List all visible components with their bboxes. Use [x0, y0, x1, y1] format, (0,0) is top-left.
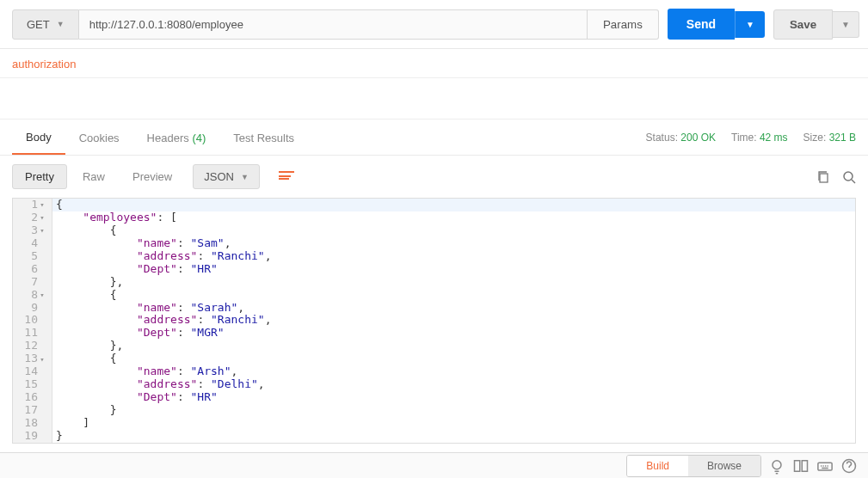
- code-line: 13▾ {: [13, 352, 855, 365]
- code-line: 5 "address": "Ranchi",: [13, 250, 855, 263]
- wrap-lines-button[interactable]: [272, 164, 301, 189]
- bulb-icon[interactable]: [768, 457, 785, 475]
- help-icon[interactable]: [840, 457, 858, 475]
- svg-point-2: [773, 460, 781, 469]
- response-status: Status: 200 OK Time: 42 ms Size: 321 B: [646, 132, 856, 144]
- tab-test-results[interactable]: Test Results: [219, 121, 308, 154]
- tab-cookies[interactable]: Cookies: [65, 121, 133, 154]
- copy-icon[interactable]: [816, 170, 830, 184]
- send-button[interactable]: Send: [668, 9, 735, 40]
- save-button[interactable]: Save: [773, 9, 833, 40]
- params-button[interactable]: Params: [588, 9, 659, 40]
- build-tab-button[interactable]: Build: [627, 456, 688, 476]
- code-line: 7 },: [13, 276, 855, 289]
- request-subheader: authorization: [0, 49, 868, 78]
- code-line: 9 "name": "Sarah",: [13, 302, 855, 315]
- chevron-down-icon: ▼: [57, 20, 65, 28]
- code-line: 11 "Dept": "MGR": [13, 327, 855, 340]
- svg-point-1: [844, 172, 853, 181]
- response-tabs: Body Cookies Headers (4) Test Results St…: [0, 120, 868, 156]
- code-line: 3▾ {: [13, 224, 855, 237]
- search-icon[interactable]: [842, 170, 856, 184]
- build-browse-toggle: Build Browse: [626, 455, 761, 477]
- tab-headers-label: Headers: [147, 132, 189, 144]
- url-input[interactable]: [79, 9, 588, 40]
- svg-rect-0: [820, 174, 828, 182]
- status-value: 200 OK: [680, 132, 716, 144]
- code-line: 10 "address": "Ranchi",: [13, 314, 855, 327]
- code-line: 18 ]: [13, 417, 855, 430]
- tab-body[interactable]: Body: [12, 120, 65, 155]
- svg-rect-4: [802, 460, 807, 471]
- tab-headers[interactable]: Headers (4): [133, 121, 220, 154]
- code-line: 1▾{: [13, 199, 855, 211]
- format-raw-button[interactable]: Raw: [71, 165, 117, 188]
- request-body-area: [0, 78, 868, 120]
- keyboard-icon[interactable]: [816, 457, 834, 475]
- code-line: 2▾ "employees": [: [13, 211, 855, 224]
- code-line: 14 "name": "Arsh",: [13, 365, 855, 378]
- authorization-tab[interactable]: authorization: [12, 58, 76, 70]
- format-preview-button[interactable]: Preview: [120, 165, 184, 188]
- time-value: 42 ms: [760, 132, 788, 144]
- format-bar: Pretty Raw Preview JSON ▼: [0, 156, 868, 198]
- chevron-down-icon: ▼: [241, 173, 249, 181]
- wrap-icon: [279, 169, 294, 181]
- http-method-value: GET: [27, 18, 50, 31]
- send-dropdown-button[interactable]: ▼: [735, 11, 765, 38]
- format-type-select[interactable]: JSON ▼: [193, 164, 260, 189]
- time-label: Time:: [731, 132, 757, 144]
- format-type-value: JSON: [204, 170, 234, 183]
- status-label: Status:: [646, 132, 678, 144]
- code-line: 15 "address": "Delhi",: [13, 378, 855, 391]
- code-line: 12 },: [13, 340, 855, 352]
- save-dropdown-button[interactable]: ▼: [833, 11, 859, 38]
- svg-rect-3: [795, 460, 800, 471]
- format-pretty-button[interactable]: Pretty: [12, 164, 67, 189]
- size-value: 321 B: [829, 132, 856, 144]
- code-line: 8▾ {: [13, 289, 855, 302]
- footer-bar: Build Browse: [0, 452, 868, 478]
- http-method-select[interactable]: GET ▼: [12, 9, 79, 40]
- code-line: 19}: [13, 430, 855, 443]
- code-line: 6 "Dept": "HR": [13, 263, 855, 276]
- code-line: 16 "Dept": "HR": [13, 391, 855, 404]
- code-line: 17 }: [13, 404, 855, 417]
- panels-icon[interactable]: [792, 457, 810, 475]
- response-body-viewer[interactable]: 1▾{2▾ "employees": [3▾ {4 "name": "Sam",…: [12, 198, 856, 444]
- code-line: 4 "name": "Sam",: [13, 237, 855, 250]
- request-bar: GET ▼ Params Send ▼ Save ▼: [0, 0, 868, 49]
- browse-tab-button[interactable]: Browse: [688, 456, 760, 476]
- headers-count: (4): [192, 132, 206, 144]
- size-label: Size:: [803, 132, 827, 144]
